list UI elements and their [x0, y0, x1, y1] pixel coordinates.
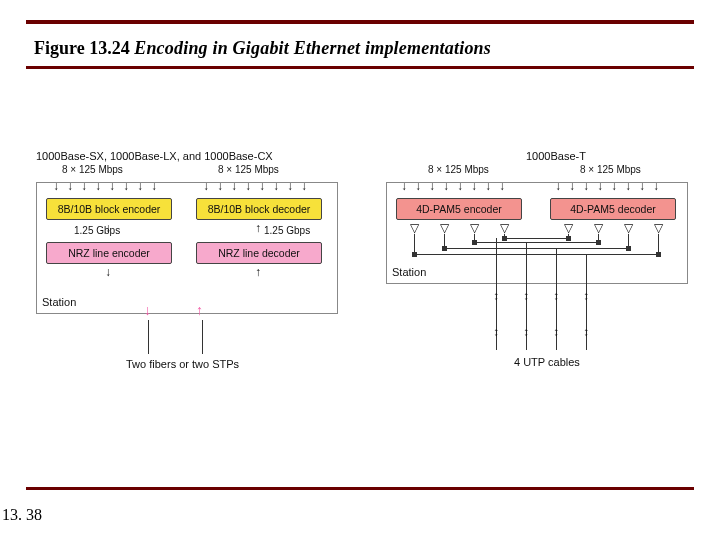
- left-cables-label: Two fibers or two STPs: [126, 358, 239, 370]
- bidir-arrow-icon: ↕: [582, 326, 590, 338]
- bottom-rule: [26, 487, 694, 490]
- arrow-down-icon: ↓: [470, 180, 478, 192]
- bidir-arrow-icon: ↕: [522, 290, 530, 302]
- arrow-down-icon: ↓: [202, 180, 210, 192]
- wire: [414, 234, 415, 254]
- wire: [414, 254, 658, 255]
- arrow-down-icon: ↓: [104, 266, 112, 278]
- arrow-down-icon: ↓: [94, 180, 102, 192]
- figure-title-row: Figure 13.24 Encoding in Gigabit Etherne…: [34, 38, 491, 59]
- page-number: 13. 38: [2, 506, 42, 524]
- arrow-down-icon: ↓: [638, 180, 646, 192]
- bidir-arrow-icon: ↕: [552, 326, 560, 338]
- arrow-down-icon: ↓: [596, 180, 604, 192]
- arrow-out-icon: ▽: [594, 222, 602, 234]
- right-pam5-decoder: 4D-PAM5 decoder: [550, 198, 676, 220]
- arrow-down-icon: ↓: [652, 180, 660, 192]
- wire-node: [472, 240, 477, 245]
- left-block-decoder: 8B/10B block decoder: [196, 198, 322, 220]
- bidir-arrow-icon: ↕: [492, 290, 500, 302]
- left-station-label: Station: [42, 296, 76, 308]
- arrow-down-icon: ↓: [136, 180, 144, 192]
- left-line-decoder: NRZ line decoder: [196, 242, 322, 264]
- fiber-line: [202, 320, 203, 354]
- arrow-out-icon: ▽: [470, 222, 478, 234]
- left-top-rate-a: 8 × 125 Mbps: [62, 164, 123, 175]
- arrow-down-icon: ↓: [300, 180, 308, 192]
- wire: [658, 234, 659, 254]
- bidir-arrow-icon: ↕: [492, 326, 500, 338]
- arrow-down-icon: ↓: [400, 180, 408, 192]
- wire-node: [656, 252, 661, 257]
- arrow-down-icon: ↓: [428, 180, 436, 192]
- arrow-out-icon: ▽: [624, 222, 632, 234]
- arrow-down-icon: ↓: [150, 180, 158, 192]
- fiber-rx-icon: ↑: [196, 302, 203, 318]
- right-top-rate-b: 8 × 125 Mbps: [580, 164, 641, 175]
- arrow-down-icon: ↓: [624, 180, 632, 192]
- arrow-down-icon: ↓: [484, 180, 492, 192]
- wire: [444, 248, 628, 249]
- left-block-encoder: 8B/10B block encoder: [46, 198, 172, 220]
- arrow-down-icon: ↓: [568, 180, 576, 192]
- arrow-out-icon: ▽: [500, 222, 508, 234]
- left-line-encoder: NRZ line encoder: [46, 242, 172, 264]
- arrow-down-icon: ↓: [414, 180, 422, 192]
- wire: [504, 238, 568, 239]
- arrow-up-icon: ↑: [254, 266, 262, 278]
- arrow-down-icon: ↓: [456, 180, 464, 192]
- arrow-down-icon: ↓: [258, 180, 266, 192]
- arrow-down-icon: ↓: [52, 180, 60, 192]
- arrow-down-icon: ↓: [610, 180, 618, 192]
- arrow-down-icon: ↓: [122, 180, 130, 192]
- arrow-down-icon: ↓: [108, 180, 116, 192]
- arrow-up-icon: ↑: [254, 222, 262, 234]
- left-top-rate-b: 8 × 125 Mbps: [218, 164, 279, 175]
- wire-node: [626, 246, 631, 251]
- arrow-down-icon: ↓: [230, 180, 238, 192]
- bidir-arrow-icon: ↕: [522, 326, 530, 338]
- top-rule: [26, 20, 694, 24]
- figure-title-text: Encoding in Gigabit Ethernet implementat…: [134, 38, 491, 58]
- right-panel-header: 1000Base-T: [526, 150, 586, 162]
- arrow-out-icon: ▽: [410, 222, 418, 234]
- title-underline: [26, 66, 694, 69]
- left-mid-rate-b: 1.25 Gbps: [264, 225, 310, 236]
- fiber-tx-icon: ↓: [144, 302, 151, 318]
- arrow-down-icon: ↓: [244, 180, 252, 192]
- figure-label: Figure 13.24: [34, 38, 130, 58]
- wire-node: [442, 246, 447, 251]
- arrow-out-icon: ▽: [564, 222, 572, 234]
- left-mid-rate-a: 1.25 Gbps: [74, 225, 120, 236]
- bidir-arrow-icon: ↕: [582, 290, 590, 302]
- arrow-down-icon: ↓: [286, 180, 294, 192]
- arrow-down-icon: ↓: [554, 180, 562, 192]
- wire-node: [412, 252, 417, 257]
- right-pam5-encoder: 4D-PAM5 encoder: [396, 198, 522, 220]
- right-station-label: Station: [392, 266, 426, 278]
- right-cables-label: 4 UTP cables: [514, 356, 580, 368]
- right-top-rate-a: 8 × 125 Mbps: [428, 164, 489, 175]
- arrow-out-icon: ▽: [440, 222, 448, 234]
- wire: [474, 242, 598, 243]
- wire-node: [596, 240, 601, 245]
- fiber-line: [148, 320, 149, 354]
- arrow-down-icon: ↓: [80, 180, 88, 192]
- arrow-down-icon: ↓: [216, 180, 224, 192]
- arrow-down-icon: ↓: [442, 180, 450, 192]
- left-panel-header: 1000Base-SX, 1000Base-LX, and 1000Base-C…: [36, 150, 273, 162]
- arrow-down-icon: ↓: [498, 180, 506, 192]
- arrow-out-icon: ▽: [654, 222, 662, 234]
- arrow-down-icon: ↓: [582, 180, 590, 192]
- arrow-down-icon: ↓: [66, 180, 74, 192]
- wire-node: [502, 236, 507, 241]
- bidir-arrow-icon: ↕: [552, 290, 560, 302]
- wire-node: [566, 236, 571, 241]
- arrow-down-icon: ↓: [272, 180, 280, 192]
